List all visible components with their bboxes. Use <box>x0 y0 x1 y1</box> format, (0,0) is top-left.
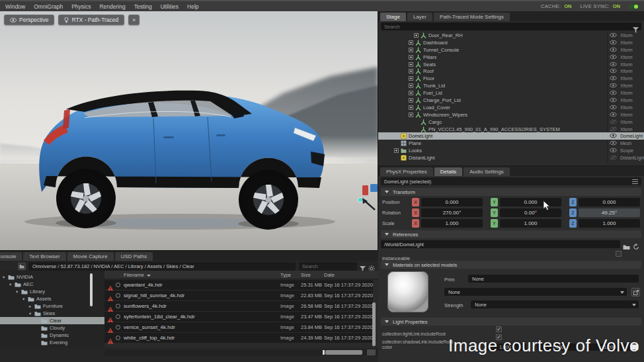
menu-item[interactable]: Utilities <box>161 3 179 10</box>
materials-section-header[interactable]: Materials on selected models <box>381 261 641 269</box>
file-row[interactable]: venice_sunset_4k.hdr Image 23.84 MB Sep … <box>104 322 373 332</box>
value-x-field[interactable]: 270.00° <box>421 208 483 217</box>
stage-tree-row[interactable]: Plane Mesh <box>378 140 644 147</box>
material-binding-dropdown[interactable]: None <box>444 288 627 296</box>
tree-arrow-icon[interactable] <box>3 275 8 280</box>
live-sync-toggle[interactable] <box>629 4 639 9</box>
tree-arrow-icon[interactable] <box>29 311 34 316</box>
stage-tree-row[interactable]: Windscreen_Wipers Xform <box>378 111 644 118</box>
visibility-eye-icon[interactable] <box>610 40 617 46</box>
material-preview-sphere[interactable] <box>387 271 428 312</box>
visibility-eye-icon[interactable] <box>610 126 617 133</box>
visibility-eye-icon[interactable] <box>610 83 617 89</box>
stage-tree-row[interactable]: Looks Scope <box>378 147 644 154</box>
menu-item[interactable]: Testing <box>134 3 152 10</box>
expand-toggle-icon[interactable] <box>409 69 413 73</box>
hscroll-thumb[interactable] <box>325 350 362 355</box>
visibility-eye-icon[interactable] <box>610 155 617 161</box>
file-row[interactable]: white_cliff_top_4k.hdr Image 24.39 MB Se… <box>104 333 373 343</box>
expand-toggle-icon[interactable] <box>409 105 413 110</box>
expand-toggle-icon[interactable] <box>409 91 413 95</box>
stage-search-input[interactable]: Search <box>381 23 641 30</box>
visibility-eye-icon[interactable] <box>610 97 617 104</box>
folder-tree-row[interactable]: Dynamic <box>0 332 104 339</box>
stage-tree-row[interactable]: Trunk_Lid Xform <box>378 82 644 89</box>
tab[interactable]: Details <box>434 167 462 176</box>
transform-section-header[interactable]: Transform <box>381 188 641 196</box>
breadcrumb[interactable]: Omniverse / 52.87.73.182 / NVIDIA / AEC … <box>28 262 296 271</box>
visibility-eye-icon[interactable] <box>610 140 617 147</box>
expand-toggle-icon[interactable] <box>409 98 413 103</box>
folder-tree-row[interactable]: Evening <box>0 339 104 346</box>
stage-tree-row[interactable]: Roof Xform <box>378 68 644 75</box>
stage-tree-row[interactable]: PN_VCCC1.45_990_01_A_990_ACCESSORIES_SYS… <box>378 126 644 133</box>
value-x-field[interactable]: 1.000 <box>421 219 483 228</box>
expand-toggle-icon[interactable] <box>394 148 399 153</box>
stage-tree-row[interactable]: Dashboard Xform <box>378 39 644 46</box>
visibility-eye-icon[interactable] <box>610 133 617 140</box>
visibility-eye-icon[interactable] <box>610 68 617 75</box>
value-z-field[interactable]: 1.000 <box>579 219 640 228</box>
visibility-eye-icon[interactable] <box>610 47 617 54</box>
material-prim-field[interactable]: None <box>468 275 639 283</box>
expand-toggle-icon[interactable] <box>414 33 419 38</box>
material-link-button[interactable] <box>631 288 640 296</box>
camera-mode-button[interactable]: Perspective <box>4 15 54 25</box>
folder-tree-row[interactable]: Indoor <box>0 346 104 347</box>
column-filename[interactable]: Filename <box>124 272 151 278</box>
stage-tree-row[interactable]: Fuel_Lid Xform <box>378 89 644 97</box>
tree-arrow-icon[interactable] <box>22 296 28 302</box>
browser-search-input[interactable]: Search <box>299 262 357 271</box>
viewport-3d[interactable]: Perspective RTX - Path-Traced » <box>0 11 378 250</box>
tab[interactable]: USD Paths <box>115 252 153 261</box>
file-vertical-scrollbar[interactable] <box>372 302 376 346</box>
stage-tree-row[interactable]: Charge_Port_Lid Xform <box>378 97 644 104</box>
folder-tree-row[interactable]: Clear <box>0 317 104 324</box>
visibility-eye-icon[interactable] <box>610 119 617 126</box>
tab[interactable]: PhysX Properties <box>380 167 433 176</box>
folder-tree-row[interactable]: Furniture <box>0 302 104 310</box>
light-section-header[interactable]: Light Properties <box>381 318 641 326</box>
tab[interactable]: Audio Settings <box>463 167 510 176</box>
expand-toggle-icon[interactable] <box>409 48 413 52</box>
tree-scrollbar[interactable] <box>90 273 93 306</box>
tab[interactable]: Layer <box>407 13 432 21</box>
stage-tree-row[interactable]: Pillars Xform <box>378 54 644 61</box>
column-type[interactable]: Type <box>280 272 291 278</box>
visibility-eye-icon[interactable] <box>610 112 617 118</box>
references-section-header[interactable]: References <box>381 230 641 238</box>
tab[interactable]: Stage <box>380 13 406 21</box>
file-horizontal-scrollbar[interactable] <box>104 349 378 355</box>
options-menu-icon[interactable] <box>632 179 638 184</box>
stage-tree-row[interactable]: Seats Xform <box>378 61 644 68</box>
tab[interactable]: Path-Traced Mode Settings <box>434 13 510 21</box>
reference-path-field[interactable]: /World/DomeLight <box>381 240 620 248</box>
light-property-checkbox[interactable] <box>496 326 502 332</box>
expand-toggle-icon[interactable] <box>409 113 413 117</box>
expand-toggle-icon[interactable] <box>409 76 413 81</box>
stage-tree-row[interactable]: Tunnel_Console Xform <box>378 46 644 54</box>
value-z-field[interactable]: 0.000 <box>579 198 640 206</box>
stage-tree-row[interactable]: Door_Rear_RH Xform <box>378 32 644 39</box>
value-x-field[interactable]: 0.000 <box>421 198 483 206</box>
value-z-field[interactable]: 49.25° <box>579 208 640 217</box>
tree-arrow-icon[interactable] <box>9 282 15 287</box>
menu-item[interactable]: OmniGraph <box>34 3 63 10</box>
menu-item[interactable]: Window <box>5 3 25 10</box>
value-y-field[interactable]: 1.000 <box>500 219 561 228</box>
folder-tree-row[interactable]: Library <box>0 288 104 295</box>
visibility-eye-icon[interactable] <box>610 62 617 68</box>
render-mode-button[interactable]: RTX - Path-Traced <box>58 15 124 25</box>
menu-item[interactable]: Help <box>187 3 198 10</box>
stage-tree-row[interactable]: Cargo Xform <box>378 118 644 126</box>
folder-tree-row[interactable]: AEC <box>0 281 104 288</box>
resize-grip[interactable] <box>367 349 376 355</box>
stage-tree-row[interactable]: DomeLight DomeLight <box>378 132 644 140</box>
expand-toggle-icon[interactable] <box>409 40 413 45</box>
folder-tree-row[interactable]: Cloudy <box>0 324 104 332</box>
tree-arrow-icon[interactable] <box>16 289 21 294</box>
visibility-eye-icon[interactable] <box>610 105 617 111</box>
file-row[interactable]: syferfontein_18d_clear_4k.hdr Image 23.4… <box>104 312 373 322</box>
tab[interactable]: Text Browser <box>23 252 65 261</box>
visibility-eye-icon[interactable] <box>610 54 617 61</box>
